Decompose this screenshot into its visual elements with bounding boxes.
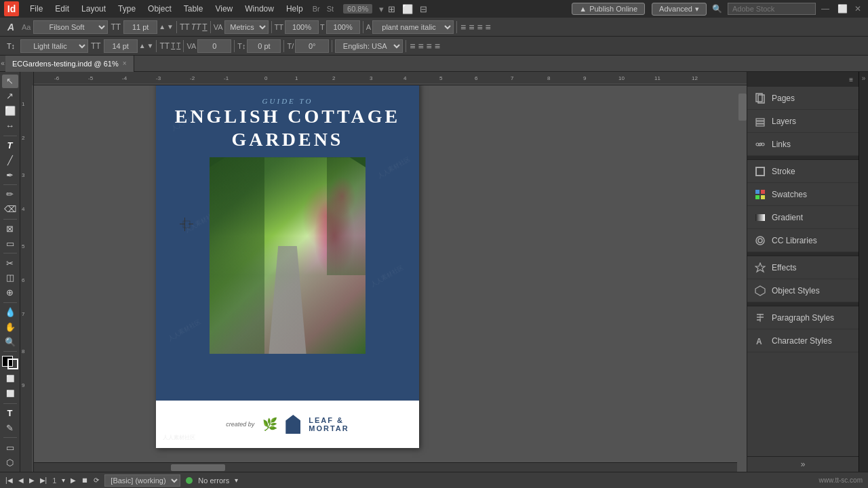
tup2[interactable]: ▲ — [139, 42, 146, 49]
zoom-tool[interactable]: 🔍 — [2, 335, 18, 348]
canvas-area[interactable]: -6 -5 -4 -3 -2 -1 0 1 2 3 4 5 6 7 8 9 10… — [20, 72, 747, 472]
pen-tool[interactable]: ✒ — [2, 168, 18, 182]
publish-button[interactable]: ▲ Publish Online — [572, 3, 645, 15]
preflight-icon[interactable]: ⟳ — [94, 476, 99, 484]
pencil-tool[interactable]: ✏ — [2, 188, 18, 201]
align-center-icon[interactable]: ≡ — [469, 22, 474, 33]
style-select[interactable]: plant name italic — [372, 20, 454, 34]
preview-mode[interactable]: ⬜ — [2, 387, 18, 401]
page-nav-next[interactable]: ▶ — [29, 476, 35, 484]
page-number-dropdown[interactable]: ▾ — [62, 476, 65, 484]
workspace-button[interactable]: Advanced ▾ — [652, 3, 707, 16]
menu-type[interactable]: Type — [113, 3, 141, 15]
document-tab[interactable]: ECGardens-testing.indd @ 61% × — [5, 56, 134, 72]
eraser-tool[interactable]: ⌫ — [2, 203, 18, 216]
panels-toggle[interactable]: « — [0, 60, 5, 67]
note-tool[interactable]: ✎ — [2, 422, 18, 435]
scissors-tool[interactable]: ✂ — [2, 256, 18, 270]
horizontal-scrollbar[interactable] — [34, 462, 737, 472]
menu-layout[interactable]: Layout — [76, 3, 111, 15]
search-input[interactable] — [728, 3, 816, 15]
scrollbar-thumb[interactable] — [738, 94, 747, 121]
page-nav-last[interactable]: ▶| — [40, 476, 47, 484]
maximize-btn[interactable]: ⬜ — [837, 4, 848, 14]
h-scrollbar-thumb[interactable] — [171, 464, 225, 471]
panel-item-character-styles[interactable]: A Character Styles — [747, 329, 859, 352]
tracking-input[interactable] — [197, 39, 231, 53]
gap-tool[interactable]: ↔ — [2, 119, 18, 133]
menu-view[interactable]: View — [210, 3, 238, 15]
font-size-down[interactable]: ▼ — [167, 23, 174, 30]
close-btn[interactable]: ✕ — [854, 4, 861, 14]
align-left-icon[interactable]: ≡ — [460, 22, 466, 33]
menu-help[interactable]: Help — [281, 3, 309, 15]
view-icon[interactable]: ⊟ — [420, 4, 427, 14]
page-tool[interactable]: ⬜ — [2, 104, 18, 118]
bridge-btn[interactable]: Br — [313, 5, 320, 13]
frame-text-tool[interactable]: T — [2, 407, 18, 420]
gradient-tool[interactable]: ◫ — [2, 271, 18, 285]
font-style-select[interactable]: Light Italic — [20, 39, 88, 53]
zoom-dropdown-icon[interactable]: ▾ — [379, 4, 384, 14]
box-tool1[interactable]: ▭ — [2, 441, 18, 454]
collapse-strip-icon[interactable]: » — [862, 75, 866, 82]
line-tool[interactable]: ╱ — [2, 153, 18, 167]
font-size2-input[interactable] — [104, 39, 138, 53]
language-select[interactable]: English: USA — [335, 39, 403, 53]
hand-tool[interactable]: ✋ — [2, 321, 18, 334]
font-family-select[interactable]: Filson Soft — [33, 20, 108, 34]
tdown2[interactable]: ▼ — [147, 42, 154, 49]
transform-tool[interactable]: ⊕ — [2, 286, 18, 300]
panel-item-links[interactable]: Links — [747, 133, 859, 156]
minimize-btn[interactable]: — — [821, 4, 829, 14]
align-center2-icon[interactable]: ≡ — [418, 41, 423, 52]
menu-edit[interactable]: Edit — [50, 3, 75, 15]
box-tool2[interactable]: ⬡ — [2, 455, 18, 469]
selection-tool[interactable]: ↖ — [2, 75, 18, 88]
rect-tool[interactable]: ▭ — [2, 237, 18, 250]
frame-icon[interactable]: ⬜ — [402, 4, 413, 14]
scale-x-input[interactable] — [285, 20, 319, 34]
align-left2-icon[interactable]: ≡ — [410, 41, 415, 52]
align-right2-icon[interactable]: ≡ — [427, 41, 432, 52]
panel-collapse-icon[interactable]: ≡ — [849, 76, 853, 83]
panel-item-gradient[interactable]: Gradient — [747, 206, 859, 229]
zoom-level[interactable]: 60.8% — [343, 4, 372, 14]
scale-y-input[interactable] — [326, 20, 360, 34]
align-justify2-icon[interactable]: ≡ — [435, 41, 440, 52]
menu-file[interactable]: File — [24, 3, 48, 15]
metrics-select[interactable]: Metrics — [224, 20, 269, 34]
skew-input[interactable] — [295, 39, 329, 53]
frame-tool[interactable]: ⊠ — [2, 222, 18, 236]
style-dropdown[interactable]: [Basic] (working) — [104, 474, 180, 487]
menu-window[interactable]: Window — [239, 3, 279, 15]
tab-close-icon[interactable]: × — [123, 60, 127, 67]
stock-btn[interactable]: St — [327, 5, 334, 13]
normal-mode[interactable]: ⬜ — [2, 372, 18, 386]
font-size-input[interactable] — [123, 20, 157, 34]
panel-item-pages[interactable]: Pages — [747, 87, 859, 110]
panel-item-stroke[interactable]: Stroke — [747, 160, 859, 183]
fill-stroke-indicator[interactable] — [2, 356, 18, 369]
panel-item-object-styles[interactable]: Object Styles — [747, 279, 859, 302]
baseline-input[interactable] — [247, 39, 281, 53]
page-nav-first[interactable]: |◀ — [5, 476, 13, 484]
preflight-play[interactable]: ▶ — [71, 476, 76, 484]
panel-item-paragraph-styles[interactable]: Paragraph Styles — [747, 306, 859, 329]
panel-item-effects[interactable]: Effects — [747, 256, 859, 279]
panel-item-swatches[interactable]: Swatches — [747, 183, 859, 206]
align-right-icon[interactable]: ≡ — [477, 22, 482, 33]
preflight-stop[interactable]: ⏹ — [81, 476, 88, 484]
direct-selection-tool[interactable]: ↗ — [2, 89, 18, 103]
status-dropdown-arrow[interactable]: ▾ — [235, 476, 238, 484]
page-nav-prev[interactable]: ◀ — [18, 476, 24, 484]
eyedropper-tool[interactable]: 💧 — [2, 306, 18, 319]
panel-bottom-arrow[interactable]: » — [801, 460, 806, 469]
panel-collapse-strip[interactable]: » — [859, 72, 868, 472]
font-size-up[interactable]: ▲ — [159, 23, 165, 30]
layout-icon[interactable]: ⊞ — [388, 4, 395, 14]
text-tool[interactable]: T — [2, 138, 18, 152]
align-justify-icon[interactable]: ≡ — [486, 22, 491, 33]
menu-object[interactable]: Object — [142, 3, 177, 15]
panel-item-cc-libraries[interactable]: CC Libraries — [747, 229, 859, 252]
